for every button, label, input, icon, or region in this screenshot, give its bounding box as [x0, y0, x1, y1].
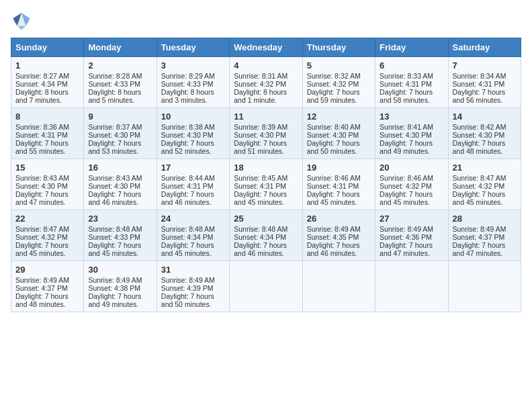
sunset: Sunset: 4:31 PM [234, 182, 286, 190]
sunset: Sunset: 4:30 PM [307, 131, 359, 139]
sunrise: Sunrise: 8:46 AM [307, 174, 361, 182]
daylight: Daylight: 8 hours and 7 minutes. [15, 88, 69, 104]
calendar-day: 8Sunrise: 8:36 AMSunset: 4:31 PMDaylight… [11, 108, 84, 159]
sunrise: Sunrise: 8:39 AM [234, 123, 287, 131]
sunrise: Sunrise: 8:47 AM [453, 174, 506, 182]
sunset: Sunset: 4:37 PM [453, 233, 505, 241]
day-number: 20 [380, 163, 443, 173]
sunrise: Sunrise: 8:33 AM [380, 72, 433, 80]
calendar-day [230, 261, 302, 312]
sunrise: Sunrise: 8:34 AM [453, 72, 506, 80]
calendar-day: 5Sunrise: 8:32 AMSunset: 4:32 PMDaylight… [302, 57, 375, 108]
calendar-week-4: 22Sunrise: 8:47 AMSunset: 4:32 PMDayligh… [11, 210, 521, 261]
calendar-day: 16Sunrise: 8:43 AMSunset: 4:30 PMDayligh… [84, 159, 157, 210]
sunset: Sunset: 4:35 PM [307, 233, 359, 241]
calendar-table: SundayMondayTuesdayWednesdayThursdayFrid… [11, 38, 521, 312]
day-number: 9 [88, 111, 152, 122]
sunrise: Sunrise: 8:28 AM [88, 72, 142, 80]
day-number: 30 [88, 265, 152, 275]
sunset: Sunset: 4:39 PM [161, 284, 214, 292]
sunset: Sunset: 4:38 PM [88, 284, 140, 292]
daylight: Daylight: 8 hours and 1 minute. [234, 88, 287, 104]
sunrise: Sunrise: 8:38 AM [161, 123, 215, 131]
logo-icon [11, 11, 32, 32]
daylight: Daylight: 7 hours and 45 minutes. [88, 241, 141, 257]
daylight: Daylight: 7 hours and 45 minutes. [15, 241, 69, 257]
calendar-day: 11Sunrise: 8:39 AMSunset: 4:30 PMDayligh… [230, 108, 302, 159]
daylight: Daylight: 8 hours and 3 minutes. [161, 88, 214, 104]
daylight: Daylight: 7 hours and 46 minutes. [234, 241, 287, 257]
calendar-day: 22Sunrise: 8:47 AMSunset: 4:32 PMDayligh… [11, 210, 84, 261]
sunrise: Sunrise: 8:45 AM [234, 174, 287, 182]
col-header-tuesday: Tuesday [157, 38, 229, 57]
day-number: 16 [88, 163, 152, 173]
sunrise: Sunrise: 8:31 AM [234, 72, 287, 80]
calendar-day: 26Sunrise: 8:49 AMSunset: 4:35 PMDayligh… [302, 210, 375, 261]
day-number: 23 [88, 214, 152, 224]
calendar-week-1: 1Sunrise: 8:27 AMSunset: 4:34 PMDaylight… [11, 57, 521, 108]
calendar-day: 15Sunrise: 8:43 AMSunset: 4:30 PMDayligh… [11, 159, 84, 210]
sunset: Sunset: 4:30 PM [161, 131, 214, 139]
svg-marker-3 [17, 26, 26, 30]
sunset: Sunset: 4:34 PM [161, 233, 214, 241]
day-number: 26 [307, 214, 371, 224]
day-number: 31 [161, 265, 225, 275]
sunrise: Sunrise: 8:49 AM [380, 225, 433, 233]
sunset: Sunset: 4:33 PM [88, 233, 140, 241]
calendar-day [375, 261, 448, 312]
daylight: Daylight: 7 hours and 50 minutes. [307, 139, 360, 155]
calendar-week-5: 29Sunrise: 8:49 AMSunset: 4:37 PMDayligh… [11, 261, 521, 312]
sunrise: Sunrise: 8:49 AM [307, 225, 361, 233]
sunset: Sunset: 4:31 PM [453, 80, 505, 88]
daylight: Daylight: 7 hours and 59 minutes. [307, 88, 360, 104]
daylight: Daylight: 7 hours and 45 minutes. [380, 190, 433, 206]
sunset: Sunset: 4:33 PM [88, 80, 140, 88]
sunset: Sunset: 4:36 PM [380, 233, 432, 241]
calendar-day: 4Sunrise: 8:31 AMSunset: 4:32 PMDaylight… [230, 57, 302, 108]
sunset: Sunset: 4:32 PM [234, 80, 286, 88]
sunset: Sunset: 4:32 PM [307, 80, 359, 88]
sunset: Sunset: 4:33 PM [161, 80, 214, 88]
calendar-day: 7Sunrise: 8:34 AMSunset: 4:31 PMDaylight… [448, 57, 521, 108]
sunset: Sunset: 4:31 PM [161, 182, 214, 190]
sunrise: Sunrise: 8:44 AM [161, 174, 215, 182]
calendar-day: 30Sunrise: 8:49 AMSunset: 4:38 PMDayligh… [84, 261, 157, 312]
day-number: 10 [161, 111, 225, 122]
col-header-thursday: Thursday [302, 38, 375, 57]
daylight: Daylight: 7 hours and 58 minutes. [380, 88, 433, 104]
calendar-day: 20Sunrise: 8:46 AMSunset: 4:32 PMDayligh… [375, 159, 448, 210]
calendar-week-3: 15Sunrise: 8:43 AMSunset: 4:30 PMDayligh… [11, 159, 521, 210]
col-header-sunday: Sunday [11, 38, 84, 57]
sunset: Sunset: 4:30 PM [380, 131, 432, 139]
day-number: 27 [380, 214, 443, 224]
day-number: 11 [234, 111, 298, 122]
sunrise: Sunrise: 8:42 AM [453, 123, 506, 131]
calendar-day: 24Sunrise: 8:48 AMSunset: 4:34 PMDayligh… [157, 210, 229, 261]
daylight: Daylight: 7 hours and 48 minutes. [15, 292, 69, 308]
calendar-day [302, 261, 375, 312]
daylight: Daylight: 7 hours and 51 minutes. [234, 139, 287, 155]
col-header-wednesday: Wednesday [230, 38, 302, 57]
daylight: Daylight: 7 hours and 49 minutes. [88, 292, 141, 308]
calendar-day: 27Sunrise: 8:49 AMSunset: 4:36 PMDayligh… [375, 210, 448, 261]
daylight: Daylight: 7 hours and 48 minutes. [453, 139, 506, 155]
sunrise: Sunrise: 8:48 AM [234, 225, 287, 233]
day-number: 8 [15, 111, 79, 122]
sunrise: Sunrise: 8:40 AM [307, 123, 361, 131]
calendar-day: 13Sunrise: 8:41 AMSunset: 4:30 PMDayligh… [375, 108, 448, 159]
daylight: Daylight: 7 hours and 47 minutes. [15, 190, 69, 206]
daylight: Daylight: 7 hours and 45 minutes. [453, 190, 506, 206]
day-number: 29 [15, 265, 79, 275]
sunrise: Sunrise: 8:49 AM [15, 276, 69, 284]
col-header-saturday: Saturday [448, 38, 521, 57]
daylight: Daylight: 7 hours and 53 minutes. [88, 139, 141, 155]
daylight: Daylight: 7 hours and 55 minutes. [15, 139, 69, 155]
day-number: 24 [161, 214, 225, 224]
day-number: 15 [15, 163, 79, 173]
calendar-day: 23Sunrise: 8:48 AMSunset: 4:33 PMDayligh… [84, 210, 157, 261]
calendar-day: 6Sunrise: 8:33 AMSunset: 4:31 PMDaylight… [375, 57, 448, 108]
daylight: Daylight: 8 hours and 5 minutes. [88, 88, 141, 104]
calendar-day: 17Sunrise: 8:44 AMSunset: 4:31 PMDayligh… [157, 159, 229, 210]
sunrise: Sunrise: 8:49 AM [161, 276, 215, 284]
sunset: Sunset: 4:32 PM [380, 182, 432, 190]
